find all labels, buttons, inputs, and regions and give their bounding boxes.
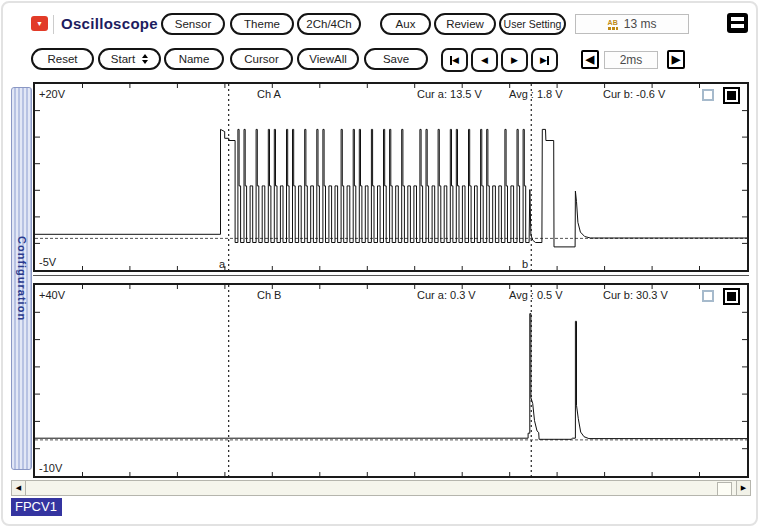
- cursor-b-label: b: [522, 258, 528, 270]
- ch-a-cursor-b-readout: Cur b: -0.6 V: [603, 88, 665, 100]
- time-measurement-value: 13 ms: [624, 17, 657, 31]
- device-name-tab[interactable]: FPCV1: [11, 498, 62, 516]
- cursor-button[interactable]: Cursor: [230, 48, 293, 70]
- channel-b-panel: +40V Ch B Cur a: 0.3 V Avg : 0.5 V Cur b…: [33, 283, 749, 478]
- user-setting-button[interactable]: User Setting: [499, 13, 566, 35]
- page-title: Oscilloscope: [61, 15, 158, 32]
- ch-a-cursor-a-readout: Cur a: 13.5 V: [417, 88, 482, 100]
- review-button[interactable]: Review: [434, 13, 496, 35]
- divider: [53, 15, 54, 34]
- time-measurement-field[interactable]: AB 13 ms: [575, 14, 689, 34]
- panel-divider: [33, 275, 749, 276]
- ch-a-avg-readout: Avg : 1.8 V: [509, 88, 563, 100]
- start-button-label: Start: [111, 53, 135, 65]
- timebase-decrease-button[interactable]: ◀: [581, 50, 599, 69]
- step-forward-button[interactable]: ▶: [501, 48, 528, 72]
- scrollbar-thumb[interactable]: [717, 482, 732, 496]
- ab-measure-icon: AB: [608, 19, 618, 30]
- name-button[interactable]: Name: [164, 48, 224, 70]
- theme-button[interactable]: Theme: [230, 13, 294, 35]
- reset-button[interactable]: Reset: [31, 48, 94, 70]
- ch-b-bottom-voltage: -10V: [39, 462, 62, 474]
- viewall-button[interactable]: ViewAll: [297, 48, 359, 70]
- timebase-increase-button[interactable]: ▶: [667, 50, 685, 69]
- timebase-value-field[interactable]: 2ms: [604, 51, 658, 69]
- ch-a-top-voltage: +20V: [39, 88, 65, 100]
- waveform-area-ch-b[interactable]: [35, 285, 747, 476]
- cursor-a-label: a: [219, 258, 225, 270]
- step-back-button[interactable]: ◀: [471, 48, 498, 72]
- step-forward-icon: ▶: [511, 56, 518, 65]
- skip-start-icon: ◀: [452, 56, 459, 65]
- skip-to-end-button[interactable]: ▶: [531, 48, 558, 72]
- hamburger-menu-icon[interactable]: [727, 13, 748, 33]
- scroll-left-button[interactable]: ◀: [12, 481, 26, 495]
- channel-a-panel: +20V Ch A Cur a: 13.5 V Avg : 1.8 V Cur …: [33, 82, 749, 272]
- skip-end-icon: ▶: [540, 56, 547, 65]
- controls-toolbar: Reset Start Name Cursor ViewAll Save ◀ ◀…: [3, 48, 756, 74]
- configuration-label: Configuration: [16, 236, 28, 321]
- ch-b-avg-readout: Avg : 0.5 V: [509, 289, 563, 301]
- step-back-icon: ◀: [481, 56, 488, 65]
- save-button[interactable]: Save: [364, 48, 428, 70]
- app-dropdown-icon[interactable]: ▼: [31, 16, 48, 31]
- oscilloscope-window: ▼ Oscilloscope Sensor Theme 2Ch/4Ch Aux …: [1, 1, 758, 526]
- sensor-button[interactable]: Sensor: [161, 13, 225, 35]
- start-button[interactable]: Start: [98, 48, 161, 70]
- ch-b-color-button[interactable]: [723, 288, 740, 305]
- ch-a-color-button[interactable]: [723, 87, 740, 104]
- waveform-area-ch-a[interactable]: [35, 84, 747, 270]
- skip-to-start-button[interactable]: ◀: [441, 48, 468, 72]
- ch-a-bottom-voltage: -5V: [39, 256, 56, 268]
- aux-button[interactable]: Aux: [380, 13, 431, 35]
- ch-a-name: Ch A: [257, 88, 281, 100]
- ch-b-top-voltage: +40V: [39, 289, 65, 301]
- ch-b-cursor-b-readout: Cur b: 30.3 V: [603, 289, 668, 301]
- ch-b-name: Ch B: [257, 289, 281, 301]
- spinner-arrows-icon: [142, 54, 148, 64]
- channel-mode-button[interactable]: 2Ch/4Ch: [297, 13, 361, 35]
- top-toolbar: ▼ Oscilloscope Sensor Theme 2Ch/4Ch Aux …: [3, 13, 756, 39]
- bar-icon: [547, 56, 549, 65]
- ch-b-cursor-a-readout: Cur a: 0.3 V: [417, 289, 476, 301]
- scroll-right-button[interactable]: ▶: [736, 481, 750, 495]
- configuration-panel-tab[interactable]: Configuration: [11, 87, 32, 470]
- ch-b-checkbox[interactable]: [702, 290, 714, 302]
- ch-a-checkbox[interactable]: [702, 89, 714, 101]
- horizontal-scrollbar[interactable]: ◀ ▶: [11, 480, 751, 496]
